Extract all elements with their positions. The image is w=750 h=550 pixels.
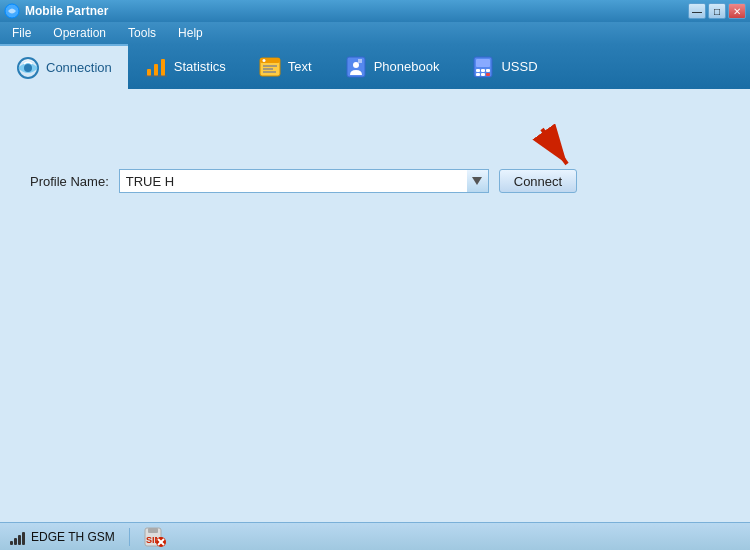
svg-rect-3	[147, 69, 151, 76]
status-bar: EDGE TH GSM SIM	[0, 522, 750, 550]
signal-bar-1	[10, 541, 13, 545]
tab-bar: Connection Statistics Text	[0, 44, 750, 89]
svg-point-9	[262, 59, 265, 62]
svg-rect-18	[476, 59, 490, 67]
tab-phonebook[interactable]: Phonebook	[328, 44, 456, 89]
tab-ussd-label: USSD	[501, 59, 537, 74]
menu-tools[interactable]: Tools	[122, 24, 162, 42]
menu-help[interactable]: Help	[172, 24, 209, 42]
sim-error-icon: SIM	[144, 527, 166, 547]
svg-rect-24	[486, 73, 490, 76]
profile-row: Profile Name: TRUE H Connect	[30, 169, 577, 193]
profile-name-label: Profile Name:	[30, 174, 109, 189]
status-left: EDGE TH GSM SIM	[10, 527, 740, 547]
close-button[interactable]: ✕	[728, 3, 746, 19]
signal-bar-2	[14, 538, 17, 545]
text-icon	[258, 55, 282, 79]
title-bar: Mobile Partner — □ ✕	[0, 0, 750, 22]
app-icon	[4, 3, 20, 19]
maximize-button[interactable]: □	[708, 3, 726, 19]
statistics-icon	[144, 55, 168, 79]
svg-rect-23	[481, 73, 485, 76]
signal-strength-icon	[10, 529, 25, 545]
minimize-button[interactable]: —	[688, 3, 706, 19]
tab-connection[interactable]: Connection	[0, 44, 128, 89]
tab-connection-label: Connection	[46, 60, 112, 75]
status-divider	[129, 528, 130, 546]
svg-rect-21	[486, 69, 490, 72]
svg-rect-19	[476, 69, 480, 72]
menu-operation[interactable]: Operation	[47, 24, 112, 42]
svg-rect-29	[148, 528, 158, 533]
tab-text-label: Text	[288, 59, 312, 74]
connection-icon	[16, 56, 40, 80]
svg-rect-20	[481, 69, 485, 72]
title-bar-left: Mobile Partner	[4, 3, 108, 19]
tab-statistics-label: Statistics	[174, 59, 226, 74]
svg-rect-4	[154, 64, 158, 76]
svg-line-27	[542, 129, 567, 164]
network-status-text: EDGE TH GSM	[31, 530, 115, 544]
svg-point-14	[353, 62, 359, 68]
tab-ussd[interactable]: USSD	[455, 44, 553, 89]
tab-statistics[interactable]: Statistics	[128, 44, 242, 89]
phonebook-icon	[344, 55, 368, 79]
tab-phonebook-label: Phonebook	[374, 59, 440, 74]
tab-text[interactable]: Text	[242, 44, 328, 89]
profile-select-wrapper: TRUE H	[119, 169, 489, 193]
title-controls: — □ ✕	[688, 3, 746, 19]
app-title: Mobile Partner	[25, 4, 108, 18]
arrow-indicator	[527, 124, 582, 177]
signal-bar-4	[22, 532, 25, 545]
ussd-icon	[471, 55, 495, 79]
svg-point-2	[24, 64, 32, 72]
red-arrow-svg	[527, 124, 582, 174]
svg-rect-22	[476, 73, 480, 76]
menu-bar: File Operation Tools Help	[0, 22, 750, 44]
svg-rect-5	[161, 59, 165, 76]
menu-file[interactable]: File	[6, 24, 37, 42]
profile-select[interactable]: TRUE H	[119, 169, 489, 193]
signal-bar-3	[18, 535, 21, 545]
main-content: Profile Name: TRUE H Connect	[0, 89, 750, 522]
